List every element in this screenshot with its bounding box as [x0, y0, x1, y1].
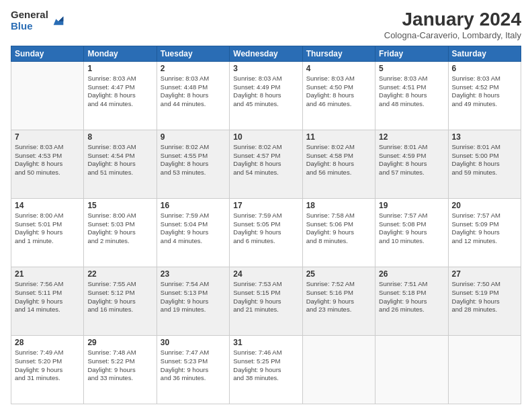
cell-info-text: Sunrise: 8:03 AMSunset: 4:50 PMDaylight:… — [306, 75, 371, 109]
cell-info-text: Sunrise: 8:01 AMSunset: 5:00 PMDaylight:… — [452, 143, 517, 177]
calendar-cell: 19Sunrise: 7:57 AMSunset: 5:08 PMDayligh… — [375, 198, 448, 267]
cell-info-text: Sunrise: 8:03 AMSunset: 4:47 PMDaylight:… — [87, 75, 152, 109]
cell-info-text: Sunrise: 8:02 AMSunset: 4:55 PMDaylight:… — [161, 143, 226, 177]
cell-date-number: 18 — [306, 201, 371, 210]
calendar-cell: 4Sunrise: 8:03 AMSunset: 4:50 PMDaylight… — [302, 61, 375, 130]
calendar-day-header: Saturday — [448, 46, 521, 61]
cell-info-text: Sunrise: 7:48 AMSunset: 5:22 PMDaylight:… — [87, 349, 152, 383]
cell-date-number: 27 — [452, 269, 517, 279]
cell-date-number: 2 — [161, 64, 226, 73]
calendar-cell: 6Sunrise: 8:03 AMSunset: 4:52 PMDaylight… — [448, 61, 521, 130]
calendar-day-header: Thursday — [302, 46, 375, 61]
cell-info-text: Sunrise: 8:01 AMSunset: 4:59 PMDaylight:… — [379, 143, 444, 177]
cell-info-text: Sunrise: 8:03 AMSunset: 4:53 PMDaylight:… — [15, 143, 80, 177]
title-month: January 2024 — [384, 9, 521, 30]
cell-info-text: Sunrise: 7:55 AMSunset: 5:12 PMDaylight:… — [87, 280, 152, 314]
cell-date-number: 25 — [306, 269, 371, 279]
calendar-cell: 11Sunrise: 8:02 AMSunset: 4:58 PMDayligh… — [302, 130, 375, 198]
cell-info-text: Sunrise: 7:57 AMSunset: 5:09 PMDaylight:… — [452, 212, 517, 246]
cell-date-number: 30 — [161, 338, 226, 347]
cell-date-number: 5 — [379, 64, 444, 73]
calendar-cell: 13Sunrise: 8:01 AMSunset: 5:00 PMDayligh… — [448, 130, 521, 198]
cell-info-text: Sunrise: 7:53 AMSunset: 5:15 PMDaylight:… — [233, 280, 298, 314]
calendar-cell: 23Sunrise: 7:54 AMSunset: 5:13 PMDayligh… — [157, 267, 229, 335]
cell-date-number: 17 — [233, 201, 298, 210]
cell-date-number: 22 — [87, 269, 152, 279]
title-block: January 2024 Cologna-Caraverio, Lombardy… — [384, 9, 521, 40]
calendar-day-header: Tuesday — [157, 46, 229, 61]
calendar-cell: 29Sunrise: 7:48 AMSunset: 5:22 PMDayligh… — [84, 335, 157, 404]
logo-general: General — [11, 9, 48, 21]
calendar-cell: 5Sunrise: 8:03 AMSunset: 4:51 PMDaylight… — [375, 61, 448, 130]
calendar-day-header: Monday — [84, 46, 157, 61]
title-location: Cologna-Caraverio, Lombardy, Italy — [384, 30, 521, 40]
cell-date-number: 28 — [15, 338, 80, 347]
calendar-day-header: Wednesday — [230, 46, 302, 61]
cell-date-number: 4 — [306, 64, 371, 73]
calendar-cell: 15Sunrise: 8:00 AMSunset: 5:03 PMDayligh… — [84, 198, 157, 267]
cell-info-text: Sunrise: 8:03 AMSunset: 4:48 PMDaylight:… — [161, 75, 226, 109]
cell-info-text: Sunrise: 7:57 AMSunset: 5:08 PMDaylight:… — [379, 212, 444, 246]
svg-marker-1 — [58, 16, 63, 21]
logo-blue: Blue — [11, 21, 48, 32]
cell-info-text: Sunrise: 7:46 AMSunset: 5:25 PMDaylight:… — [233, 349, 298, 383]
cell-date-number: 19 — [379, 201, 444, 210]
calendar-cell: 25Sunrise: 7:52 AMSunset: 5:16 PMDayligh… — [302, 267, 375, 335]
page: General Blue January 2024 Cologna-Carave… — [0, 0, 532, 411]
cell-info-text: Sunrise: 8:03 AMSunset: 4:54 PMDaylight:… — [87, 143, 152, 177]
cell-date-number: 6 — [452, 64, 517, 73]
calendar-header-row: SundayMondayTuesdayWednesdayThursdayFrid… — [11, 46, 521, 61]
cell-date-number: 26 — [379, 269, 444, 279]
cell-date-number: 31 — [233, 338, 298, 347]
cell-date-number: 20 — [452, 201, 517, 210]
calendar-week-row: 28Sunrise: 7:49 AMSunset: 5:20 PMDayligh… — [11, 335, 521, 404]
calendar-cell: 20Sunrise: 7:57 AMSunset: 5:09 PMDayligh… — [448, 198, 521, 267]
calendar-cell: 22Sunrise: 7:55 AMSunset: 5:12 PMDayligh… — [84, 267, 157, 335]
calendar-cell: 16Sunrise: 7:59 AMSunset: 5:04 PMDayligh… — [157, 198, 229, 267]
calendar-cell: 27Sunrise: 7:50 AMSunset: 5:19 PMDayligh… — [448, 267, 521, 335]
cell-date-number: 15 — [87, 201, 152, 210]
calendar-cell — [448, 335, 521, 404]
cell-info-text: Sunrise: 8:03 AMSunset: 4:52 PMDaylight:… — [452, 75, 517, 109]
cell-info-text: Sunrise: 8:00 AMSunset: 5:01 PMDaylight:… — [15, 212, 80, 246]
calendar-cell: 17Sunrise: 7:59 AMSunset: 5:05 PMDayligh… — [230, 198, 302, 267]
cell-date-number: 3 — [233, 64, 298, 73]
calendar-day-header: Sunday — [11, 46, 84, 61]
calendar-cell — [375, 335, 448, 404]
calendar-cell: 7Sunrise: 8:03 AMSunset: 4:53 PMDaylight… — [11, 130, 84, 198]
cell-date-number: 24 — [233, 269, 298, 279]
calendar-day-header: Friday — [375, 46, 448, 61]
cell-date-number: 11 — [306, 132, 371, 142]
calendar-cell: 30Sunrise: 7:47 AMSunset: 5:23 PMDayligh… — [157, 335, 229, 404]
calendar-cell: 10Sunrise: 8:02 AMSunset: 4:57 PMDayligh… — [230, 130, 302, 198]
cell-info-text: Sunrise: 7:54 AMSunset: 5:13 PMDaylight:… — [161, 280, 226, 314]
calendar-week-row: 21Sunrise: 7:56 AMSunset: 5:11 PMDayligh… — [11, 267, 521, 335]
cell-info-text: Sunrise: 7:51 AMSunset: 5:18 PMDaylight:… — [379, 280, 444, 314]
calendar-cell: 31Sunrise: 7:46 AMSunset: 5:25 PMDayligh… — [230, 335, 302, 404]
logo: General Blue — [11, 9, 66, 32]
cell-info-text: Sunrise: 7:59 AMSunset: 5:05 PMDaylight:… — [233, 212, 298, 246]
cell-info-text: Sunrise: 7:49 AMSunset: 5:20 PMDaylight:… — [15, 349, 80, 383]
calendar-cell: 18Sunrise: 7:58 AMSunset: 5:06 PMDayligh… — [302, 198, 375, 267]
calendar-cell: 9Sunrise: 8:02 AMSunset: 4:55 PMDaylight… — [157, 130, 229, 198]
calendar-cell: 8Sunrise: 8:03 AMSunset: 4:54 PMDaylight… — [84, 130, 157, 198]
cell-date-number: 14 — [15, 201, 80, 210]
cell-date-number: 1 — [87, 64, 152, 73]
calendar-cell — [302, 335, 375, 404]
cell-info-text: Sunrise: 7:56 AMSunset: 5:11 PMDaylight:… — [15, 280, 80, 314]
cell-date-number: 16 — [161, 201, 226, 210]
logo-text: General Blue — [11, 9, 48, 32]
calendar-cell: 26Sunrise: 7:51 AMSunset: 5:18 PMDayligh… — [375, 267, 448, 335]
cell-date-number: 23 — [161, 269, 226, 279]
cell-info-text: Sunrise: 8:03 AMSunset: 4:49 PMDaylight:… — [233, 75, 298, 109]
calendar-cell: 12Sunrise: 8:01 AMSunset: 4:59 PMDayligh… — [375, 130, 448, 198]
calendar-cell: 1Sunrise: 8:03 AMSunset: 4:47 PMDaylight… — [84, 61, 157, 130]
calendar-week-row: 14Sunrise: 8:00 AMSunset: 5:01 PMDayligh… — [11, 198, 521, 267]
calendar-cell — [11, 61, 84, 130]
calendar-cell: 14Sunrise: 8:00 AMSunset: 5:01 PMDayligh… — [11, 198, 84, 267]
cell-info-text: Sunrise: 7:58 AMSunset: 5:06 PMDaylight:… — [306, 212, 371, 246]
calendar-cell: 28Sunrise: 7:49 AMSunset: 5:20 PMDayligh… — [11, 335, 84, 404]
cell-date-number: 8 — [87, 132, 152, 142]
calendar-table: SundayMondayTuesdayWednesdayThursdayFrid… — [11, 46, 521, 404]
cell-date-number: 12 — [379, 132, 444, 142]
